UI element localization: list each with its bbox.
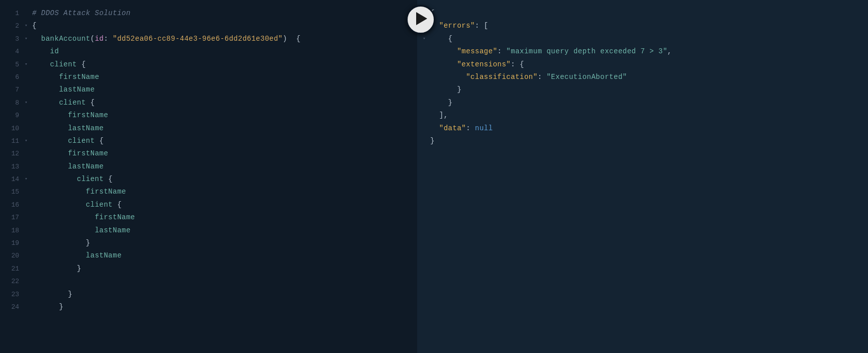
code-line[interactable]: lastName xyxy=(32,122,417,135)
fold-toggle-icon[interactable]: ▾ xyxy=(22,20,30,32)
code-line[interactable]: client { xyxy=(32,97,417,109)
code-line[interactable]: firstName xyxy=(32,186,417,198)
fold-toggle-icon[interactable]: ▾ xyxy=(22,173,30,186)
line-number: 17 xyxy=(0,211,22,224)
code-line[interactable]: firstName xyxy=(32,71,417,83)
code-line[interactable]: client { xyxy=(32,135,417,147)
code-line[interactable]: client { xyxy=(32,173,417,186)
code-line[interactable]: lastName xyxy=(32,224,417,237)
code-line[interactable]: firstName xyxy=(32,147,417,160)
code-line[interactable]: lastName xyxy=(32,160,417,173)
query-code-area[interactable]: # DDOS Attack Solution{ bankAccount(id: … xyxy=(30,0,417,353)
fold-toggle-icon xyxy=(22,109,30,122)
fold-toggle-icon xyxy=(22,275,30,288)
code-line[interactable]: ], xyxy=(430,109,868,122)
query-editor-pane[interactable]: 123456789101112131415161718192021222324 … xyxy=(0,0,417,353)
code-line[interactable]: client { xyxy=(32,58,417,71)
fold-toggle-icon xyxy=(420,83,428,96)
line-number: 4 xyxy=(0,45,22,58)
line-number: 19 xyxy=(0,237,22,249)
fold-toggle-icon[interactable]: ▾ xyxy=(22,58,30,71)
line-number: 5 xyxy=(0,58,22,71)
code-line[interactable] xyxy=(32,275,417,288)
code-line[interactable]: { xyxy=(430,33,868,45)
line-number: 10 xyxy=(0,122,22,135)
code-line[interactable]: "classification": "ExecutionAborted" xyxy=(430,71,868,83)
line-number-gutter: 123456789101112131415161718192021222324 xyxy=(0,0,22,353)
line-number: 13 xyxy=(0,160,22,173)
fold-toggle-icon xyxy=(420,109,428,122)
line-number: 15 xyxy=(0,186,22,198)
fold-toggle-icon xyxy=(22,7,30,20)
line-number: 7 xyxy=(0,83,22,96)
fold-toggle-icon xyxy=(420,71,428,83)
execute-query-button[interactable] xyxy=(406,5,435,34)
fold-toggle-icon xyxy=(22,83,30,96)
code-line[interactable]: } xyxy=(32,262,417,275)
code-line[interactable]: "data": null xyxy=(430,122,868,135)
code-line[interactable]: firstName xyxy=(32,109,417,122)
line-number: 24 xyxy=(0,301,22,313)
fold-toggle-icon xyxy=(22,211,30,224)
line-number: 3 xyxy=(0,33,22,45)
line-number: 18 xyxy=(0,224,22,237)
fold-toggle-icon xyxy=(22,160,30,173)
fold-toggle-icon xyxy=(22,237,30,249)
line-number: 2 xyxy=(0,20,22,32)
code-line[interactable]: # DDOS Attack Solution xyxy=(32,7,417,20)
line-number: 9 xyxy=(0,109,22,122)
code-line[interactable]: } xyxy=(32,301,417,313)
code-line[interactable]: "errors": [ xyxy=(430,20,868,32)
code-line[interactable]: id xyxy=(32,45,417,58)
fold-toggle-icon xyxy=(22,249,30,262)
line-number: 14 xyxy=(0,173,22,186)
code-line[interactable]: } xyxy=(32,288,417,301)
code-line[interactable]: { xyxy=(32,20,417,32)
fold-gutter[interactable]: ▾▾▾▾▾▾ xyxy=(22,0,30,353)
fold-gutter[interactable]: ▾▾▾ xyxy=(417,0,428,353)
fold-toggle-icon xyxy=(22,262,30,275)
code-line[interactable]: "message": "maximum query depth exceeded… xyxy=(430,45,868,58)
response-pane: ▾▾▾ { "errors": [ { "message": "maximum … xyxy=(417,0,868,353)
code-line[interactable]: } xyxy=(430,135,868,147)
fold-toggle-icon xyxy=(22,199,30,211)
fold-toggle-icon xyxy=(22,122,30,135)
fold-toggle-icon xyxy=(420,135,428,147)
fold-toggle-icon xyxy=(22,147,30,160)
fold-toggle-icon[interactable]: ▾ xyxy=(22,33,30,45)
fold-toggle-icon[interactable]: ▾ xyxy=(22,97,30,109)
play-icon xyxy=(414,12,427,27)
line-number: 11 xyxy=(0,135,22,147)
code-line[interactable]: "extensions": { xyxy=(430,58,868,71)
line-number: 6 xyxy=(0,71,22,83)
fold-toggle-icon xyxy=(420,58,428,71)
svg-marker-0 xyxy=(416,12,427,25)
fold-toggle-icon[interactable]: ▾ xyxy=(420,33,428,45)
line-number: 21 xyxy=(0,262,22,275)
code-line[interactable]: lastName xyxy=(32,83,417,96)
response-code-area: { "errors": [ { "message": "maximum quer… xyxy=(428,0,868,353)
fold-toggle-icon xyxy=(420,97,428,109)
fold-toggle-icon xyxy=(22,288,30,301)
code-line[interactable]: } xyxy=(430,97,868,109)
line-number: 23 xyxy=(0,288,22,301)
fold-toggle-icon xyxy=(22,186,30,198)
code-line[interactable]: } xyxy=(32,237,417,249)
line-number: 1 xyxy=(0,7,22,20)
line-number: 22 xyxy=(0,275,22,288)
line-number: 8 xyxy=(0,97,22,109)
line-number: 20 xyxy=(0,249,22,262)
code-line[interactable]: firstName xyxy=(32,211,417,224)
code-line[interactable]: } xyxy=(430,83,868,96)
fold-toggle-icon xyxy=(22,45,30,58)
fold-toggle-icon xyxy=(420,45,428,58)
fold-toggle-icon xyxy=(22,224,30,237)
code-line[interactable]: { xyxy=(430,7,868,20)
fold-toggle-icon xyxy=(22,301,30,313)
fold-toggle-icon[interactable]: ▾ xyxy=(22,135,30,147)
code-line[interactable]: bankAccount(id: "dd52ea06-cc89-44e3-96e6… xyxy=(32,33,417,45)
code-line[interactable]: lastName xyxy=(32,249,417,262)
code-line[interactable]: client { xyxy=(32,199,417,211)
fold-toggle-icon xyxy=(22,71,30,83)
fold-toggle-icon xyxy=(420,122,428,135)
